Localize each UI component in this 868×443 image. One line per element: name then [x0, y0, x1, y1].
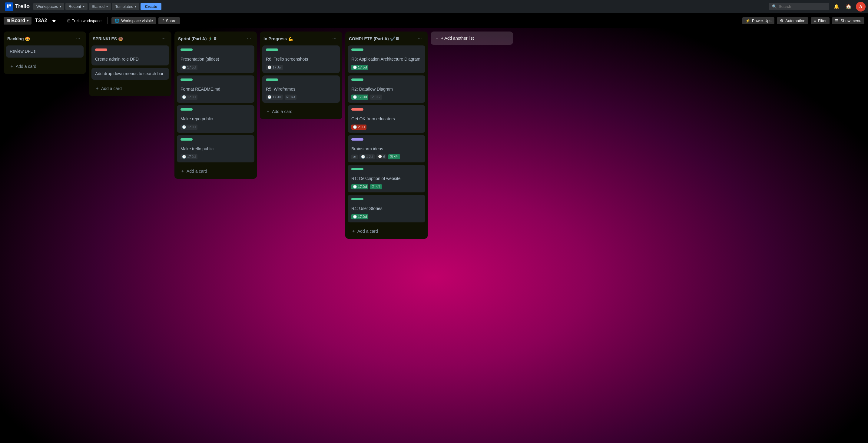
add-card-button[interactable]: ＋ Add a card	[91, 83, 169, 94]
date-badge: 🕐 17 Jul	[266, 94, 283, 100]
filter-icon: ≡	[814, 19, 816, 23]
card[interactable]: ✎ R3: Application Architecture Diagram 🕐…	[348, 46, 425, 73]
card-options-button[interactable]: ✎	[415, 138, 423, 145]
card-options-button[interactable]: ✎	[159, 70, 166, 78]
share-button[interactable]: ⤴ Share	[158, 17, 180, 24]
card[interactable]: ✎ R1: Description of website 🕐 17 Jul☑ 4…	[348, 165, 425, 193]
star-button[interactable]: ★	[51, 17, 57, 25]
card-meta: 🕐 17 Jul☑ 1/3	[266, 94, 336, 100]
card[interactable]: ✎ R4: User Stories 🕐 17 Jul	[348, 195, 425, 223]
power-ups-button[interactable]: ⚡ Power-Ups	[742, 17, 774, 24]
list-title[interactable]: COMPLETE (Part A) ✔️🖥	[349, 36, 415, 41]
card-options-button[interactable]: ✎	[415, 108, 423, 115]
card-options-button[interactable]: ✎	[245, 138, 252, 145]
checklist-badge: ☑ 0/2	[370, 94, 382, 100]
share-label: Share	[166, 19, 177, 23]
top-nav-right: 🔍 🔔 🏠 A	[769, 2, 866, 11]
svg-rect-0	[7, 4, 9, 7]
card[interactable]: ✎ Presentation (slides) 🕐 17 Jul	[177, 46, 254, 73]
search-box[interactable]: 🔍	[769, 3, 829, 10]
add-card-button[interactable]: ＋ Add a card	[6, 61, 84, 71]
list-cards: ✎ Presentation (slides) 🕐 17 Jul ✎ Forma…	[175, 46, 257, 165]
card[interactable]: ✎ R5: Wireframes 🕐 17 Jul☑ 1/3	[262, 76, 340, 103]
show-menu-button[interactable]: ☰ Show menu	[832, 17, 864, 24]
card-options-button[interactable]: ✎	[330, 78, 337, 85]
list-menu-button[interactable]: ···	[330, 34, 339, 43]
card-options-button[interactable]: ✎	[415, 48, 423, 55]
card[interactable]: ✎ R2: Dataflow Diagram 🕐 17 Jul☑ 0/2	[348, 76, 425, 103]
list-title[interactable]: Sprint (Part A) 🏃‍♂️🖥	[178, 36, 245, 41]
card-options-button[interactable]: ✎	[245, 78, 252, 85]
workspaces-button[interactable]: Workspaces ▾	[33, 3, 64, 10]
list-menu-button[interactable]: ···	[415, 34, 424, 43]
card[interactable]: ✎ Create admin role DFD	[91, 46, 169, 65]
card-label	[266, 79, 278, 81]
templates-label: Templates	[115, 4, 133, 9]
checklist-badge: ☑ 1/3	[285, 94, 296, 100]
trello-logo[interactable]: Trello	[2, 2, 32, 11]
card-title: R5: Wireframes	[266, 86, 336, 92]
list-sprint-a: Sprint (Part A) 🏃‍♂️🖥 ··· ✎ Presentation…	[175, 31, 257, 179]
list-complete-a: COMPLETE (Part A) ✔️🖥 ··· ✎ R3: Applicat…	[345, 31, 428, 239]
search-icon: 🔍	[772, 4, 777, 9]
avatar[interactable]: A	[856, 2, 866, 11]
board-view-button[interactable]: ⊞ Board ▾	[4, 17, 31, 25]
templates-button[interactable]: Templates ▾	[112, 3, 139, 10]
date-badge: 🕐 17 Jul	[351, 65, 368, 70]
add-card-button[interactable]: ＋ Add a card	[177, 166, 254, 176]
card[interactable]: ✎ Brainstorm ideas 👁🕐 1 Jul💬 6☑ 4/4	[348, 135, 425, 163]
workspaces-label: Workspaces	[36, 4, 58, 9]
workspace-visible-button[interactable]: 🌐 Workspace visible	[112, 17, 156, 24]
automation-button[interactable]: ⚙ Automation	[777, 17, 808, 24]
card[interactable]: ✎ Make repo public 🕐 17 Jul	[177, 105, 254, 133]
notification-icon-btn[interactable]: 🔔	[832, 2, 841, 11]
recent-label: Recent	[68, 4, 81, 9]
card[interactable]: ✎ R6: Trello screenshots 🕐 17 Jul	[262, 46, 340, 73]
card-options-button[interactable]: ✎	[245, 108, 252, 115]
watch-badge: 👁	[351, 154, 358, 159]
card-options-button[interactable]: ✎	[415, 78, 423, 85]
list-title[interactable]: Backlog 🤩	[7, 36, 74, 41]
starred-chevron: ▾	[106, 5, 108, 8]
list-title[interactable]: In Progress 💪	[264, 36, 330, 41]
card-meta: 🕐 17 Jul	[181, 65, 251, 70]
card-label	[351, 79, 364, 81]
date-badge: 🕐 1 Jul	[360, 154, 375, 159]
list-menu-button[interactable]: ···	[245, 34, 253, 43]
search-input[interactable]	[779, 4, 826, 9]
recent-button[interactable]: Recent ▾	[65, 3, 87, 10]
card-options-button[interactable]: ✎	[74, 48, 81, 55]
workspace-name-label: Trello workspace	[72, 19, 101, 23]
list-title[interactable]: SPRINKLES 🍩	[93, 36, 159, 41]
filter-button[interactable]: ≡ Filter	[811, 17, 830, 24]
starred-button[interactable]: Starred ▾	[89, 3, 111, 10]
card-options-button[interactable]: ✎	[159, 48, 166, 55]
card-options-button[interactable]: ✎	[245, 48, 252, 55]
card-title: R4: User Stories	[351, 206, 422, 212]
list-menu-button[interactable]: ···	[74, 34, 82, 43]
create-button[interactable]: Create	[141, 3, 161, 10]
workspace-name-button[interactable]: ⊞ Trello workspace	[65, 17, 104, 24]
add-card-button[interactable]: ＋ Add a card	[348, 226, 425, 236]
workspace-icon: ⊞	[67, 19, 70, 23]
date-badge: 🕐 17 Jul	[181, 154, 197, 159]
card[interactable]: ✎ Make trello public 🕐 17 Jul	[177, 135, 254, 163]
card[interactable]: ✎ Get OK from educators 🕐 2 Jul	[348, 105, 425, 133]
list-menu-button[interactable]: ···	[159, 34, 168, 43]
add-card-label: Add a card	[101, 86, 122, 91]
card-options-button[interactable]: ✎	[330, 48, 337, 55]
card[interactable]: ✎ Review DFDs	[6, 46, 84, 58]
card-meta: 🕐 17 Jul☑ 4/4	[351, 184, 422, 189]
checklist-badge: ☑ 4/4	[370, 184, 382, 189]
add-card-button[interactable]: ＋ Add a card	[262, 106, 340, 117]
home-icon-btn[interactable]: 🏠	[844, 2, 854, 11]
date-badge: 🕐 17 Jul	[266, 65, 283, 70]
card-options-button[interactable]: ✎	[415, 197, 423, 205]
card[interactable]: ✎ Format README.md 🕐 17 Jul	[177, 76, 254, 103]
header-divider-1	[61, 17, 61, 24]
card[interactable]: ✎ Add drop down menus to search bar	[91, 68, 169, 80]
svg-rect-1	[9, 4, 11, 6]
share-icon: ⤴	[162, 19, 164, 23]
card-options-button[interactable]: ✎	[415, 167, 423, 175]
add-list-button[interactable]: ＋+ Add another list	[431, 31, 513, 45]
